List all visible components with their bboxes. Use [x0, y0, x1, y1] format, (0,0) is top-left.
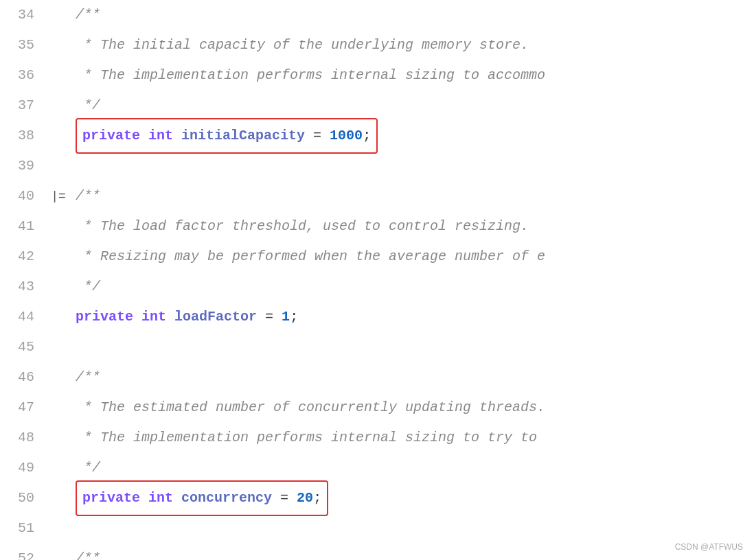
code-line-42: 42 * Resizing may be performed when the … [0, 242, 754, 272]
code-line-48: 48 * The implementation performs interna… [0, 423, 754, 453]
line-number-37: 37 [0, 91, 48, 121]
code-line-35: 35 * The initial capacity of the underly… [0, 30, 754, 60]
line-content-41: * The load factor threshold, used to con… [69, 211, 754, 242]
line-marker-49 [48, 453, 69, 483]
line-marker-50 [48, 483, 69, 513]
watermark: CSDN @ATFWUS [675, 542, 743, 552]
line-number-46: 46 [0, 362, 48, 393]
comment-end-37: */ [76, 91, 100, 121]
code-line-36: 36 * The implementation performs interna… [0, 60, 754, 91]
keyword-int-44: int [141, 302, 166, 332]
code-line-40: 40 |= /** [0, 181, 754, 211]
line-content-46: /** [69, 362, 754, 393]
value-20: 20 [297, 483, 313, 513]
comment-47: * The estimated number of concurrently u… [76, 393, 545, 423]
code-line-39: 39 [0, 151, 754, 181]
line-content-35: * The initial capacity of the underlying… [69, 30, 754, 60]
code-container: 34 /** 35 * The initial capacity of the … [0, 0, 754, 560]
line-marker-51 [48, 513, 69, 544]
code-line-50: 50 private int concurrency = 20 ; [0, 483, 754, 513]
semicolon-44: ; [290, 302, 298, 332]
keyword-private-44: private [76, 302, 133, 332]
line-content-38: private int initialCapacity = 1000 ; [69, 121, 754, 151]
line-content-36: * The implementation performs internal s… [69, 60, 754, 91]
line-number-35: 35 [0, 30, 48, 60]
code-line-52: 52 /** [0, 544, 754, 560]
line-number-51: 51 [0, 513, 48, 544]
code-line-47: 47 * The estimated number of concurrentl… [0, 393, 754, 423]
line-content-48: * The implementation performs internal s… [69, 423, 754, 453]
line-number-36: 36 [0, 60, 48, 91]
line-number-48: 48 [0, 423, 48, 453]
comment-41: * The load factor threshold, used to con… [76, 211, 529, 242]
semicolon-50: ; [313, 483, 321, 513]
comment-48: * The implementation performs internal s… [76, 423, 537, 453]
code-line-45: 45 [0, 332, 754, 362]
code-line-37: 37 */ [0, 91, 754, 121]
operator-50: = [272, 483, 297, 513]
comment-start-52: /** [76, 544, 100, 560]
line-marker-47 [48, 393, 69, 423]
line-content-39 [69, 151, 754, 181]
line-marker-36 [48, 60, 69, 91]
keyword-private-50: private [82, 483, 140, 513]
line-number-39: 39 [0, 151, 48, 181]
line-content-47: * The estimated number of concurrently u… [69, 393, 754, 423]
line-number-40: 40 [0, 181, 48, 211]
line-marker-44 [48, 302, 69, 332]
line-marker-40: |= [48, 181, 69, 211]
line-marker-48 [48, 423, 69, 453]
line-content-50: private int concurrency = 20 ; [69, 483, 754, 513]
var-concurrency: concurrency [181, 483, 272, 513]
code-line-51: 51 [0, 513, 754, 544]
line-content-34: /** [69, 0, 754, 30]
comment-end-49: */ [76, 453, 100, 483]
line-number-44: 44 [0, 302, 48, 332]
line-content-52: /** [69, 544, 754, 560]
code-line-38: 38 private int initialCapacity = 1000 ; [0, 121, 754, 151]
line-content-44: private int loadFactor = 1 ; [69, 302, 754, 332]
line-marker-52 [48, 544, 69, 560]
line-marker-42 [48, 242, 69, 272]
line-marker-37 [48, 91, 69, 121]
highlight-box-38: private int initialCapacity = 1000 ; [76, 118, 378, 154]
line-number-49: 49 [0, 453, 48, 483]
code-line-44: 44 private int loadFactor = 1 ; [0, 302, 754, 332]
code-line-41: 41 * The load factor threshold, used to … [0, 211, 754, 242]
code-line-34: 34 /** [0, 0, 754, 30]
line-number-38: 38 [0, 121, 48, 151]
line-number-52: 52 [0, 544, 48, 560]
line-content-51 [69, 513, 754, 544]
line-marker-38 [48, 121, 69, 151]
line-content-42: * Resizing may be performed when the ave… [69, 242, 754, 272]
value-1: 1 [282, 302, 290, 332]
comment-35: * The initial capacity of the underlying… [76, 30, 529, 60]
line-number-43: 43 [0, 272, 48, 302]
comment-42: * Resizing may be performed when the ave… [76, 242, 545, 272]
line-content-45 [69, 332, 754, 362]
line-number-50: 50 [0, 483, 48, 513]
code-line-43: 43 */ [0, 272, 754, 302]
semicolon-38: ; [363, 121, 371, 151]
comment-start-34: /** [76, 0, 100, 30]
comment-end-43: */ [76, 272, 100, 302]
line-marker-45 [48, 332, 69, 362]
comment-start-40: /** [76, 181, 100, 211]
line-marker-39 [48, 151, 69, 181]
var-initialcapacity: initialCapacity [181, 121, 305, 151]
line-number-42: 42 [0, 242, 48, 272]
var-loadfactor: loadFactor [174, 302, 257, 332]
code-line-49: 49 */ [0, 453, 754, 483]
line-marker-35 [48, 30, 69, 60]
highlight-box-50: private int concurrency = 20 ; [76, 480, 328, 516]
operator-44: = [257, 302, 282, 332]
keyword-int-38: int [148, 121, 173, 151]
line-content-37: */ [69, 91, 754, 121]
code-line-46: 46 /** [0, 362, 754, 393]
line-number-34: 34 [0, 0, 48, 30]
line-number-45: 45 [0, 332, 48, 362]
line-marker-43 [48, 272, 69, 302]
keyword-int-50: int [148, 483, 173, 513]
line-number-41: 41 [0, 211, 48, 242]
comment-start-46: /** [76, 362, 100, 393]
